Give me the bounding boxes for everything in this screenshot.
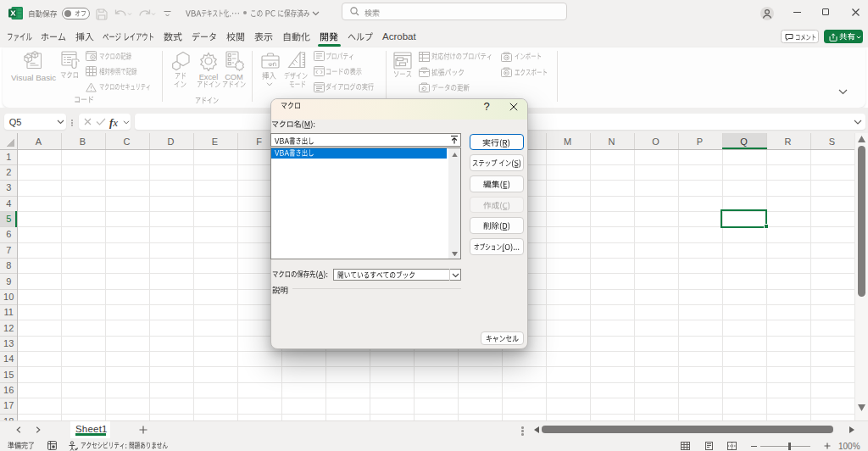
svg-text:16: 16	[3, 385, 14, 395]
svg-text:10: 10	[3, 292, 14, 302]
svg-text:3: 3	[6, 182, 11, 192]
svg-text:6: 6	[6, 229, 11, 239]
svg-text:D: D	[168, 136, 175, 147]
svg-text:R: R	[785, 136, 792, 147]
svg-text:9: 9	[6, 276, 11, 287]
svg-text:C: C	[124, 136, 131, 147]
svg-text:17: 17	[3, 400, 14, 410]
svg-text:2: 2	[6, 167, 11, 177]
svg-text:11: 11	[3, 307, 13, 317]
svg-text:5: 5	[6, 214, 11, 224]
svg-text:P: P	[697, 136, 703, 147]
svg-text:4: 4	[6, 198, 11, 209]
svg-text:14: 14	[3, 354, 14, 364]
svg-text:O: O	[652, 136, 659, 147]
svg-text:15: 15	[3, 370, 14, 380]
svg-text:B: B	[80, 136, 86, 147]
svg-text:1: 1	[6, 152, 11, 162]
svg-text:12: 12	[3, 323, 14, 333]
svg-text:M: M	[564, 136, 571, 147]
svg-text:A: A	[36, 136, 42, 147]
svg-text:E: E	[212, 136, 218, 147]
svg-text:N: N	[609, 136, 615, 147]
svg-text:13: 13	[3, 338, 14, 348]
svg-text:8: 8	[6, 260, 11, 270]
svg-text:Q: Q	[740, 136, 748, 147]
svg-text:F: F	[256, 136, 262, 147]
svg-text:S: S	[829, 136, 835, 147]
svg-text:7: 7	[6, 245, 11, 255]
